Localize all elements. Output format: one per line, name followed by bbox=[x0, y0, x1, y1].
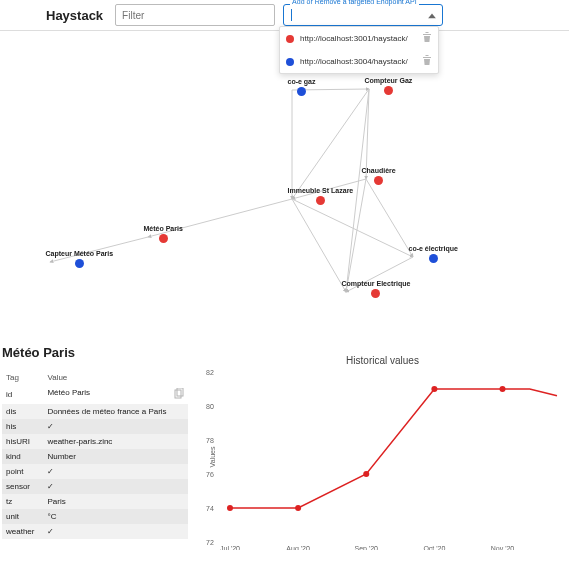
table-row: point✓ bbox=[2, 464, 188, 479]
chart-wrap: Historical values Values 727476788082Jul… bbox=[198, 343, 567, 542]
graph-canvas[interactable]: co-e gazCompteur GazChaudièreImmeuble St… bbox=[35, 37, 535, 337]
cell-tag: dis bbox=[2, 404, 43, 419]
graph-wrap: co-e gazCompteur GazChaudièreImmeuble St… bbox=[0, 31, 569, 343]
ytick: 72 bbox=[206, 539, 214, 546]
graph-node-dot-icon bbox=[384, 86, 393, 95]
chart-title: Historical values bbox=[198, 355, 567, 366]
graph-node-dot-icon bbox=[374, 176, 383, 185]
graph-node[interactable]: co-e électrique bbox=[409, 245, 458, 263]
copy-icon[interactable] bbox=[174, 388, 184, 401]
chevron-up-icon[interactable] bbox=[428, 10, 436, 21]
table-row: unit°C bbox=[2, 509, 188, 524]
graph-node-dot-icon bbox=[371, 289, 380, 298]
tags-table: Tag Value idMétéo ParisdisDonnées de mét… bbox=[2, 370, 188, 539]
svg-point-15 bbox=[227, 505, 233, 511]
cell-value: Number bbox=[43, 449, 188, 464]
graph-node-dot-icon bbox=[159, 234, 168, 243]
table-row: tzParis bbox=[2, 494, 188, 509]
trash-icon[interactable] bbox=[422, 55, 432, 68]
graph-edges bbox=[35, 37, 535, 337]
graph-node[interactable]: Capteur Météo Paris bbox=[46, 250, 114, 268]
col-value: Value bbox=[43, 370, 188, 385]
trash-icon[interactable] bbox=[422, 32, 432, 45]
ytick: 82 bbox=[206, 369, 214, 376]
cell-value: °C bbox=[43, 509, 188, 524]
graph-node-label: Compteur Electrique bbox=[342, 280, 411, 287]
graph-node[interactable]: Immeuble St Lazare bbox=[288, 187, 354, 205]
graph-node-dot-icon bbox=[429, 254, 438, 263]
table-row: sensor✓ bbox=[2, 479, 188, 494]
graph-node[interactable]: Météo Paris bbox=[144, 225, 183, 243]
graph-node[interactable]: Compteur Gaz bbox=[365, 77, 413, 95]
graph-node-label: Météo Paris bbox=[144, 225, 183, 232]
cell-tag: sensor bbox=[2, 479, 43, 494]
col-tag: Tag bbox=[2, 370, 43, 385]
filter-input[interactable] bbox=[122, 10, 268, 21]
cell-value: Données de méteo france a Paris bbox=[43, 404, 188, 419]
topbar: Haystack Add or Remove a targeted Endpoi… bbox=[0, 0, 569, 31]
svg-point-17 bbox=[363, 471, 369, 477]
cell-value: ✓ bbox=[43, 524, 188, 539]
graph-node-label: Chaudière bbox=[362, 167, 396, 174]
endpoint-url: http://localhost:3004/haystack/ bbox=[300, 57, 408, 66]
graph-node-dot-icon bbox=[75, 259, 84, 268]
endpoint-option[interactable]: http://localhost:3004/haystack/ bbox=[280, 50, 438, 73]
table-row: hisURIweather-paris.zinc bbox=[2, 434, 188, 449]
detail-section: Météo Paris Tag Value idMétéo ParisdisDo… bbox=[0, 343, 569, 550]
filter-box[interactable] bbox=[115, 4, 275, 26]
svg-rect-14 bbox=[177, 388, 183, 396]
table-row: idMétéo Paris bbox=[2, 385, 188, 404]
status-dot-icon bbox=[286, 35, 294, 43]
graph-node-label: Compteur Gaz bbox=[365, 77, 413, 84]
xtick: Sep '20 bbox=[354, 545, 378, 550]
table-row: weather✓ bbox=[2, 524, 188, 539]
cell-value: weather-paris.zinc bbox=[43, 434, 188, 449]
svg-point-16 bbox=[295, 505, 301, 511]
ytick: 76 bbox=[206, 471, 214, 478]
cell-value: ✓ bbox=[43, 479, 188, 494]
table-row: disDonnées de méteo france a Paris bbox=[2, 404, 188, 419]
cell-tag: hisURI bbox=[2, 434, 43, 449]
chart-area[interactable]: Values 727476788082Jul '20Aug '20Sep '20… bbox=[220, 372, 567, 542]
ytick: 74 bbox=[206, 505, 214, 512]
xtick: Oct '20 bbox=[423, 545, 445, 550]
endpoint-label: Add or Remove a targeted Endpoint API bbox=[290, 0, 419, 5]
status-dot-icon bbox=[286, 58, 294, 66]
xtick: Jul '20 bbox=[220, 545, 240, 550]
svg-point-19 bbox=[500, 386, 506, 392]
endpoint-option[interactable]: http://localhost:3001/haystack/ bbox=[280, 27, 438, 50]
table-row: kindNumber bbox=[2, 449, 188, 464]
graph-node[interactable]: co-e gaz bbox=[288, 78, 316, 96]
graph-node-dot-icon bbox=[297, 87, 306, 96]
table-row: his✓ bbox=[2, 419, 188, 434]
chart-svg bbox=[220, 372, 567, 542]
xtick: Nov '20 bbox=[491, 545, 515, 550]
ytick: 80 bbox=[206, 403, 214, 410]
cell-tag: kind bbox=[2, 449, 43, 464]
graph-node-label: co-e gaz bbox=[288, 78, 316, 85]
app-title: Haystack bbox=[6, 8, 107, 23]
graph-node[interactable]: Compteur Electrique bbox=[342, 280, 411, 298]
graph-node-dot-icon bbox=[316, 196, 325, 205]
ytick: 78 bbox=[206, 437, 214, 444]
endpoint-select[interactable]: Add or Remove a targeted Endpoint API bbox=[283, 4, 443, 26]
endpoint-input[interactable] bbox=[292, 10, 412, 20]
graph-node[interactable]: Chaudière bbox=[362, 167, 396, 185]
cell-value: Météo Paris bbox=[43, 385, 188, 404]
cell-tag: unit bbox=[2, 509, 43, 524]
cell-tag: point bbox=[2, 464, 43, 479]
cell-tag: tz bbox=[2, 494, 43, 509]
detail-title: Météo Paris bbox=[2, 345, 188, 360]
cell-tag: weather bbox=[2, 524, 43, 539]
graph-node-label: co-e électrique bbox=[409, 245, 458, 252]
endpoint-url: http://localhost:3001/haystack/ bbox=[300, 34, 408, 43]
graph-node-label: Capteur Météo Paris bbox=[46, 250, 114, 257]
cell-tag: his bbox=[2, 419, 43, 434]
table-header-row: Tag Value bbox=[2, 370, 188, 385]
endpoint-dropdown: http://localhost:3001/haystack/ http://l… bbox=[279, 26, 439, 74]
svg-line-7 bbox=[292, 199, 346, 292]
detail-left: Météo Paris Tag Value idMétéo ParisdisDo… bbox=[2, 343, 188, 542]
cell-tag: id bbox=[2, 385, 43, 404]
chart-ylabel: Values bbox=[209, 447, 216, 468]
graph-node-label: Immeuble St Lazare bbox=[288, 187, 354, 194]
